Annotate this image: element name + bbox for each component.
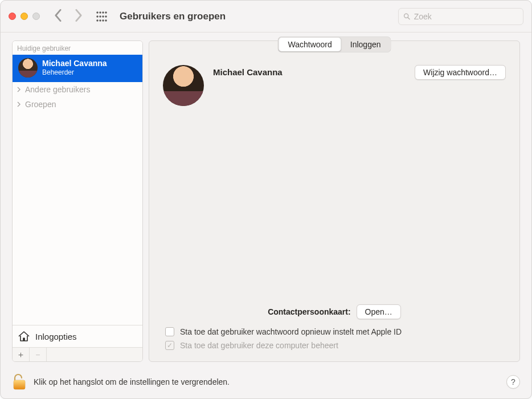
- users-sidebar: Huidige gebruiker Michael Cavanna Beheer…: [12, 40, 143, 362]
- svg-point-7: [105, 15, 107, 17]
- change-password-button[interactable]: Wijzig wachtwoord…: [415, 65, 506, 80]
- svg-point-11: [105, 19, 107, 21]
- current-user-name: Michael Cavanna: [42, 59, 107, 68]
- footer: Klik op het hangslot om de instellingen …: [1, 365, 531, 398]
- nav-arrows: [54, 9, 83, 24]
- search-input[interactable]: [414, 12, 518, 21]
- back-button[interactable]: [54, 9, 63, 24]
- svg-point-2: [102, 11, 104, 13]
- svg-point-1: [99, 11, 101, 13]
- contacts-card-label: Contactpersoonkaart:: [268, 307, 350, 316]
- zoom-window-button[interactable]: [32, 13, 40, 20]
- show-all-prefs-button[interactable]: [96, 11, 107, 22]
- allow-admin-checkbox: ✓ Sta toe dat gebruiker deze computer be…: [165, 341, 506, 350]
- password-panel: Michael Cavanna Wijzig wachtwoord… Conta…: [149, 40, 520, 362]
- titlebar: Gebruikers en groepen: [1, 1, 531, 32]
- remove-user-button[interactable]: －: [30, 348, 47, 361]
- login-options-label: Inlogopties: [35, 332, 77, 341]
- add-user-button[interactable]: ＋: [13, 348, 30, 361]
- current-user-role: Beheerder: [42, 68, 107, 76]
- svg-line-13: [408, 17, 410, 19]
- allow-admin-label: Sta toe dat gebruiker deze computer behe…: [180, 341, 338, 350]
- allow-reset-password-checkbox[interactable]: Sta toe dat gebruiker wachtwoord opnieuw…: [165, 327, 506, 336]
- pane-title: Gebruikers en groepen: [120, 11, 226, 22]
- allow-reset-password-label: Sta toe dat gebruiker wachtwoord opnieuw…: [180, 327, 402, 336]
- avatar-icon: [18, 58, 38, 78]
- sidebar-section-current: Huidige gebruiker: [13, 41, 142, 55]
- lock-open-icon[interactable]: [12, 373, 27, 390]
- sidebar-current-user[interactable]: Michael Cavanna Beheerder: [13, 55, 142, 82]
- sidebar-groups-label: Groepen: [25, 100, 56, 109]
- svg-point-10: [102, 19, 104, 21]
- tab-password[interactable]: Wachtwoord: [279, 38, 341, 51]
- house-icon: [17, 330, 31, 343]
- checkbox-icon: [165, 327, 174, 336]
- lock-hint-text: Klik op het hangslot om de instellingen …: [34, 377, 230, 386]
- svg-point-9: [99, 19, 101, 21]
- chevron-right-icon: [16, 101, 22, 107]
- svg-point-4: [96, 15, 98, 17]
- search-field[interactable]: [398, 8, 523, 25]
- svg-point-3: [105, 11, 107, 13]
- login-options-button[interactable]: Inlogopties: [13, 325, 142, 347]
- forward-button[interactable]: [74, 9, 83, 24]
- search-icon: [403, 13, 411, 21]
- sidebar-groups[interactable]: Groepen: [13, 97, 142, 112]
- checkbox-icon: ✓: [165, 341, 174, 350]
- svg-point-6: [102, 15, 104, 17]
- tab-login[interactable]: Inloggen: [341, 38, 390, 51]
- chevron-right-icon: [16, 87, 22, 92]
- sidebar-other-users[interactable]: Andere gebruikers: [13, 82, 142, 97]
- panel-user-name: Michael Cavanna: [213, 67, 283, 77]
- window-controls: [9, 13, 40, 20]
- main-area: Wachtwoord Inloggen Michael Cavanna Wijz…: [149, 40, 520, 362]
- minimize-window-button[interactable]: [21, 13, 28, 20]
- user-avatar[interactable]: [163, 65, 204, 106]
- close-window-button[interactable]: [9, 13, 16, 20]
- segmented-tabs: Wachtwoord Inloggen: [277, 36, 391, 52]
- svg-point-5: [99, 15, 101, 17]
- svg-point-8: [96, 19, 98, 21]
- svg-point-0: [96, 11, 98, 13]
- svg-rect-14: [23, 338, 25, 341]
- help-button[interactable]: ?: [506, 375, 520, 389]
- preferences-window: Gebruikers en groepen Huidige gebruiker …: [0, 0, 532, 399]
- sidebar-other-users-label: Andere gebruikers: [25, 85, 90, 94]
- svg-rect-16: [14, 380, 25, 389]
- add-remove-bar: ＋ －: [13, 347, 142, 361]
- open-contacts-button[interactable]: Open…: [357, 304, 401, 319]
- body: Huidige gebruiker Michael Cavanna Beheer…: [1, 32, 531, 365]
